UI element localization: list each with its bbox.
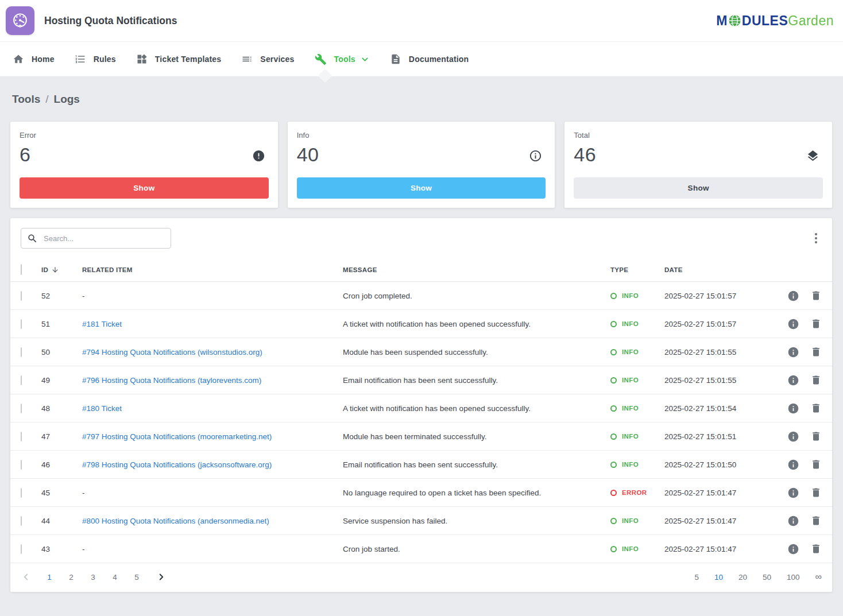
nav-item-label: Rules bbox=[94, 55, 116, 64]
table-row: 47 #797 Hosting Quota Notifications (moo… bbox=[10, 423, 832, 451]
related-item-link[interactable]: #800 Hosting Quota Notifications (anders… bbox=[82, 517, 269, 525]
type-ring-icon bbox=[610, 377, 617, 383]
row-type-badge: INFO bbox=[610, 545, 664, 552]
prev-page-icon[interactable] bbox=[21, 572, 31, 582]
row-checkbox[interactable] bbox=[21, 291, 22, 301]
row-type-badge: INFO bbox=[610, 320, 664, 327]
row-checkbox[interactable] bbox=[21, 319, 22, 329]
type-ring-icon bbox=[610, 321, 617, 327]
row-delete-button[interactable] bbox=[810, 346, 822, 358]
row-details-button[interactable] bbox=[787, 543, 799, 555]
row-delete-button[interactable] bbox=[810, 543, 822, 555]
nav-item-ticket-templates[interactable]: Ticket Templates bbox=[136, 53, 222, 65]
row-details-button[interactable] bbox=[787, 290, 799, 302]
table-menu-button[interactable] bbox=[810, 231, 822, 246]
next-page-icon[interactable] bbox=[156, 572, 167, 582]
page-size-100[interactable]: 100 bbox=[787, 573, 800, 582]
nav-item-tools[interactable]: Tools bbox=[315, 53, 370, 65]
breadcrumb: Tools / Logs bbox=[12, 93, 843, 106]
show-button[interactable]: Show bbox=[297, 177, 546, 199]
column-header-related-item[interactable]: RELATED ITEM bbox=[82, 266, 343, 273]
table-row: 46 #798 Hosting Quota Notifications (jac… bbox=[10, 451, 832, 479]
related-item-link[interactable]: #794 Hosting Quota Notifications (wilson… bbox=[82, 348, 262, 357]
page-number-2[interactable]: 2 bbox=[68, 573, 75, 582]
row-checkbox[interactable] bbox=[21, 404, 22, 413]
show-button[interactable]: Show bbox=[574, 177, 823, 199]
type-label: INFO bbox=[622, 377, 639, 383]
row-related-item: #800 Hosting Quota Notifications (anders… bbox=[82, 517, 343, 525]
select-all-checkbox[interactable] bbox=[21, 264, 22, 275]
search-input[interactable] bbox=[21, 228, 171, 249]
row-delete-button[interactable] bbox=[810, 459, 822, 470]
row-details-button[interactable] bbox=[787, 487, 799, 499]
row-delete-button[interactable] bbox=[810, 374, 822, 386]
nav-item-services[interactable]: Services bbox=[241, 53, 294, 65]
page-number-5[interactable]: 5 bbox=[133, 573, 140, 582]
page-size-50[interactable]: 50 bbox=[763, 573, 771, 582]
row-checkbox[interactable] bbox=[21, 544, 22, 554]
type-label: ERROR bbox=[622, 489, 647, 496]
row-checkbox[interactable] bbox=[21, 488, 22, 498]
row-details-button[interactable] bbox=[787, 459, 799, 471]
row-details-button[interactable] bbox=[787, 318, 799, 330]
related-item-link[interactable]: #796 Hosting Quota Notifications (taylor… bbox=[82, 376, 261, 385]
row-delete-button[interactable] bbox=[810, 402, 822, 414]
gauge-icon: ! bbox=[10, 10, 30, 31]
page-number-4[interactable]: 4 bbox=[111, 573, 118, 582]
row-details-button[interactable] bbox=[787, 515, 799, 527]
row-details-button[interactable] bbox=[787, 346, 799, 358]
row-delete-button[interactable] bbox=[810, 318, 822, 330]
row-checkbox[interactable] bbox=[21, 375, 22, 385]
table-row: 52 - Cron job completed. INFO 2025-02-27… bbox=[10, 282, 832, 310]
row-checkbox[interactable] bbox=[21, 516, 22, 526]
row-date: 2025-02-27 15:01:54 bbox=[664, 404, 774, 413]
row-checkbox[interactable] bbox=[21, 460, 22, 470]
related-item-link[interactable]: #181 Ticket bbox=[82, 320, 122, 328]
page-size-20[interactable]: 20 bbox=[738, 573, 747, 582]
row-message: A ticket with notification has been open… bbox=[343, 404, 610, 413]
column-header-type[interactable]: TYPE bbox=[610, 266, 664, 273]
show-button[interactable]: Show bbox=[20, 177, 269, 199]
row-type-badge: INFO bbox=[610, 292, 664, 299]
related-item-link[interactable]: #797 Hosting Quota Notifications (moorem… bbox=[82, 432, 272, 441]
nav-item-documentation[interactable]: Documentation bbox=[390, 53, 469, 65]
row-date: 2025-02-27 15:01:55 bbox=[664, 376, 774, 385]
row-checkbox[interactable] bbox=[21, 347, 22, 357]
nav-item-rules[interactable]: Rules bbox=[75, 53, 116, 65]
row-details-button[interactable] bbox=[787, 374, 799, 386]
type-ring-icon bbox=[610, 405, 617, 412]
row-delete-button[interactable] bbox=[810, 487, 822, 498]
row-related-item: #796 Hosting Quota Notifications (taylor… bbox=[82, 376, 343, 385]
sort-desc-icon[interactable] bbox=[51, 266, 59, 274]
row-id: 50 bbox=[41, 348, 82, 357]
column-header-message[interactable]: MESSAGE bbox=[343, 266, 610, 273]
row-type-badge: INFO bbox=[610, 405, 664, 412]
row-message: No language required to open a ticket ha… bbox=[343, 489, 610, 497]
row-details-button[interactable] bbox=[787, 431, 799, 443]
row-delete-button[interactable] bbox=[810, 290, 822, 301]
row-details-button[interactable] bbox=[787, 402, 799, 414]
card-label: Info bbox=[297, 131, 546, 140]
page-number-1[interactable]: 1 bbox=[46, 573, 53, 582]
row-related-item: - bbox=[82, 545, 343, 553]
page-number-3[interactable]: 3 bbox=[90, 573, 96, 582]
breadcrumb-section[interactable]: Tools bbox=[12, 93, 40, 106]
row-delete-button[interactable] bbox=[810, 515, 822, 526]
related-item-link[interactable]: #798 Hosting Quota Notifications (jackso… bbox=[82, 460, 272, 469]
table-header-row: ID RELATED ITEM MESSAGE TYPE DATE bbox=[10, 258, 832, 282]
chevron-down-icon bbox=[360, 55, 370, 64]
page-size-all[interactable]: ∞ bbox=[815, 572, 822, 582]
type-label: INFO bbox=[622, 348, 639, 355]
row-date: 2025-02-27 15:01:47 bbox=[664, 489, 774, 497]
column-header-id[interactable]: ID bbox=[41, 266, 82, 274]
nav-item-home[interactable]: Home bbox=[13, 53, 55, 65]
table-toolbar bbox=[10, 218, 832, 258]
row-checkbox[interactable] bbox=[21, 432, 22, 441]
page-size-5[interactable]: 5 bbox=[694, 573, 699, 582]
related-item-link[interactable]: #180 Ticket bbox=[82, 404, 122, 413]
row-related-item: #797 Hosting Quota Notifications (moorem… bbox=[82, 432, 343, 441]
row-delete-button[interactable] bbox=[810, 431, 822, 442]
page-size-10[interactable]: 10 bbox=[714, 573, 723, 582]
search-box bbox=[21, 228, 171, 249]
column-header-date[interactable]: DATE bbox=[664, 266, 774, 273]
